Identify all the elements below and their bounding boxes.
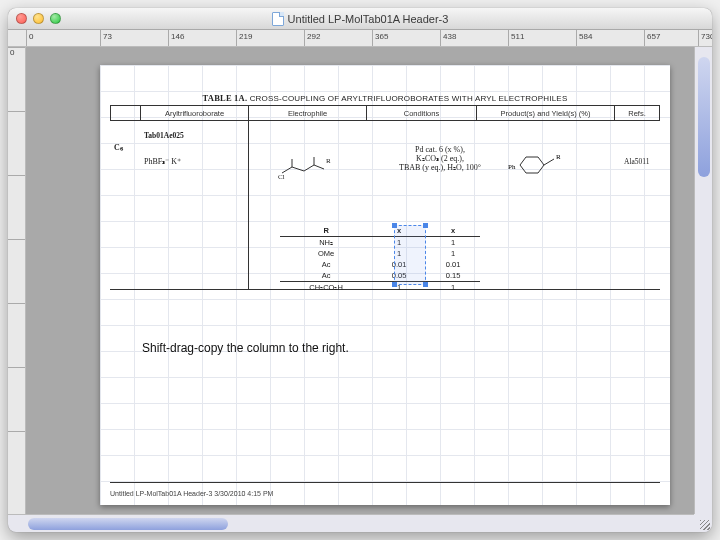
footer-rule — [110, 482, 660, 483]
header-electrophile: Electrophile — [249, 106, 367, 120]
subtable-cell: 1 — [426, 237, 480, 249]
ruler-tick — [8, 367, 25, 368]
selection-handle[interactable] — [423, 282, 428, 287]
header-blank — [111, 106, 141, 120]
ruler-tick: 730 — [698, 30, 712, 46]
ruler-tick — [8, 239, 25, 240]
subtable-cell: OMe — [280, 248, 372, 259]
subtable-header: R — [280, 225, 372, 237]
table-caption: TABLE 1A. CROSS-COUPLING OF ARYLTRIFLUOR… — [140, 93, 630, 103]
subtable-row: Ac0.010.01 — [280, 259, 480, 270]
subtable-cell: Ac — [280, 259, 372, 270]
col-divider-1 — [248, 105, 249, 289]
header-products: Product(s) and Yield(s) (%) — [477, 106, 615, 120]
ruler-tick: 0 — [8, 47, 25, 57]
canvas-workspace[interactable]: TABLE 1A. CROSS-COUPLING OF ARYLTRIFLUOR… — [26, 47, 694, 514]
electrophile-structure: R Cl — [278, 151, 338, 183]
borate-formula: PhBF₃⁻ K⁺ — [144, 157, 181, 166]
ruler-tick: 73 — [100, 30, 112, 46]
table-header-row: Aryltrifluoroborate Electrophile Conditi… — [110, 105, 660, 121]
svg-marker-2 — [520, 157, 544, 173]
subtable-cell: 0.15 — [426, 270, 480, 282]
ruler-tick: 657 — [644, 30, 660, 46]
subtable-row: Ac0.050.15 — [280, 270, 480, 282]
subtable-row: CH₂CO₂H11 — [280, 282, 480, 294]
group-label: C₆ — [114, 143, 123, 152]
svg-text:Ph: Ph — [508, 163, 516, 171]
ruler-tick: 146 — [168, 30, 184, 46]
subtable-cell: 0.01 — [426, 259, 480, 270]
selection-handle[interactable] — [392, 282, 397, 287]
app-window: Untitled LP-MolTab01A Header-3 073146219… — [8, 8, 712, 532]
ruler-tick — [8, 175, 25, 176]
window-controls — [16, 13, 61, 24]
header-borate: Aryltrifluoroborate — [141, 106, 249, 120]
horizontal-ruler[interactable]: 073146219292365438511584657730 — [8, 30, 712, 47]
selection-handle[interactable] — [392, 223, 397, 228]
subtable-cell: 1 — [426, 248, 480, 259]
horizontal-scrollbar[interactable] — [8, 514, 712, 532]
horizontal-scroll-thumb[interactable] — [28, 518, 228, 530]
entry-code: Tab01Ae025 — [144, 131, 184, 140]
close-button[interactable] — [16, 13, 27, 24]
document-page[interactable]: TABLE 1A. CROSS-COUPLING OF ARYLTRIFLUOR… — [100, 65, 670, 505]
ruler-tick — [8, 303, 25, 304]
reference: Ala5011 — [624, 157, 650, 166]
ruler-tick: 365 — [372, 30, 388, 46]
document-icon — [272, 12, 284, 26]
ruler-tick: 292 — [304, 30, 320, 46]
ruler-tick: 219 — [236, 30, 252, 46]
selection-handle[interactable] — [423, 223, 428, 228]
subtable-cell: NH₂ — [280, 237, 372, 249]
minimize-button[interactable] — [33, 13, 44, 24]
subtable-cell: CH₂CO₂H — [280, 282, 372, 294]
ruler-tick: 0 — [26, 30, 33, 46]
svg-text:R: R — [556, 153, 561, 161]
resize-corner[interactable] — [694, 514, 712, 532]
subtable-row: NH₂11 — [280, 237, 480, 249]
instruction-text: Shift-drag-copy the column to the right. — [142, 341, 349, 355]
subtable-header: x — [426, 225, 480, 237]
subtable-cell: 1 — [426, 282, 480, 294]
ruler-tick: 584 — [576, 30, 592, 46]
ruler-tick — [8, 431, 25, 432]
window-title: Untitled LP-MolTab01A Header-3 — [288, 13, 449, 25]
header-refs: Refs. — [615, 106, 659, 120]
vertical-scrollbar[interactable] — [694, 47, 712, 514]
vertical-ruler[interactable]: 0 — [8, 47, 26, 514]
ruler-tick: 438 — [440, 30, 456, 46]
titlebar: Untitled LP-MolTab01A Header-3 — [8, 8, 712, 30]
yield-subtable: RxxNH₂11OMe11Ac0.010.01Ac0.050.15CH₂CO₂H… — [280, 225, 480, 293]
svg-line-3 — [544, 159, 554, 165]
ruler-tick: 511 — [508, 30, 524, 46]
vertical-scroll-thumb[interactable] — [698, 57, 710, 177]
conditions-text: Pd cat. 6 (x %), K₂CO₃ (2 eq.), TBAB (y … — [390, 145, 490, 172]
selection-marquee[interactable] — [394, 225, 426, 285]
header-conditions: Conditions — [367, 106, 477, 120]
svg-text:R: R — [326, 157, 331, 165]
page-footer: Untitled LP-MolTab01A Header-3 3/30/2010… — [110, 490, 273, 497]
ruler-tick — [8, 111, 25, 112]
svg-text:Cl: Cl — [278, 173, 285, 181]
subtable-row: OMe11 — [280, 248, 480, 259]
product-structure: Ph R — [508, 151, 568, 181]
subtable-cell: Ac — [280, 270, 372, 282]
zoom-button[interactable] — [50, 13, 61, 24]
